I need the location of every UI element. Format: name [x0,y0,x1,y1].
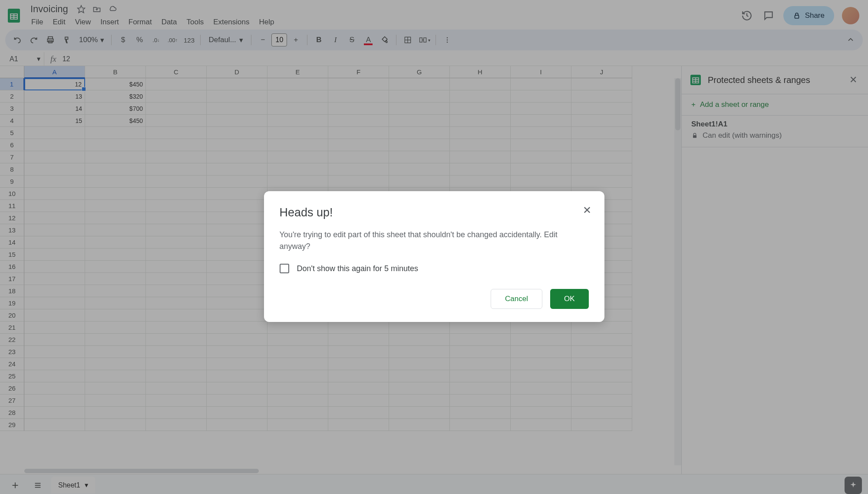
checkbox-label: Don't show this again for 5 minutes [297,264,419,273]
dialog-title: Heads up! [280,206,589,219]
ok-button[interactable]: OK [550,289,589,309]
heads-up-dialog: Heads up! ✕ You're trying to edit part o… [264,191,604,322]
dont-show-checkbox[interactable] [280,264,289,273]
close-icon[interactable]: ✕ [583,204,591,216]
dialog-body: You're trying to edit part of this sheet… [280,229,589,252]
cancel-button[interactable]: Cancel [491,289,542,309]
